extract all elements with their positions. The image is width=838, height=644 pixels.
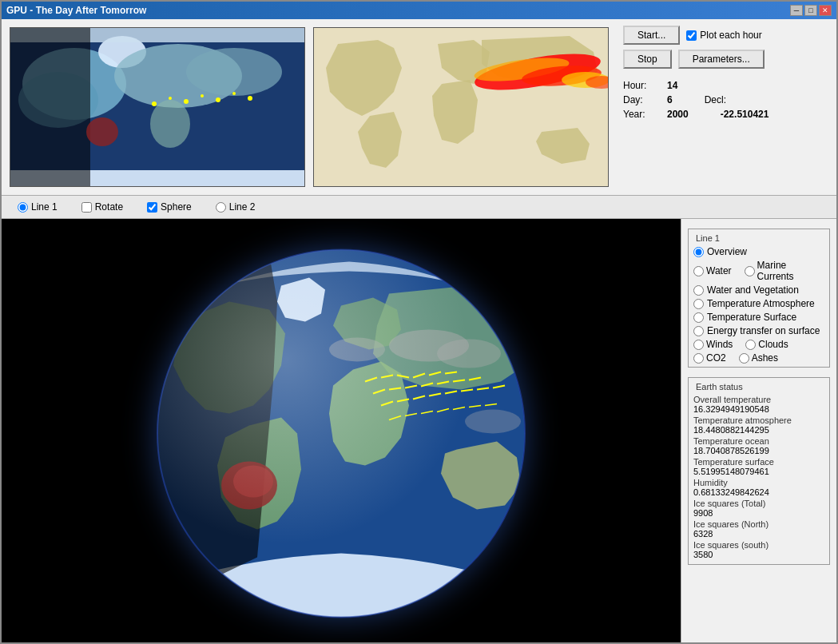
ice-north-label: Ice squares (North) xyxy=(693,519,824,529)
temp-atm-status-value: 18.4480882144295 xyxy=(693,425,824,435)
right-sidebar: Line 1 Overview Water xyxy=(681,219,836,642)
svg-point-16 xyxy=(248,96,252,101)
co2-radio[interactable] xyxy=(693,353,704,364)
rotate-checkbox[interactable] xyxy=(81,202,92,213)
line1-group: Line 1 Overview Water xyxy=(688,229,830,368)
ice-total-label: Ice squares (Total) xyxy=(693,499,824,508)
stop-params-row: Stop Parameters... xyxy=(623,50,830,69)
line1-radio-item[interactable]: Line 1 xyxy=(18,201,58,213)
ice-south-item: Ice squares (south) 3580 xyxy=(693,540,824,559)
controls-bar: Line 1 Rotate Sphere Line 2 xyxy=(2,195,836,219)
flat-map-svg xyxy=(10,28,305,187)
window-content: Start... Plot each hour Stop Parameters.… xyxy=(2,19,836,642)
water-option[interactable]: Water xyxy=(693,265,732,276)
humidity-label: Humidity xyxy=(693,478,824,487)
water-veg-radio[interactable] xyxy=(693,285,704,296)
maximize-button[interactable]: □ xyxy=(804,5,817,16)
rotate-label: Rotate xyxy=(95,201,123,213)
co2-ashes-row: CO2 Ashes xyxy=(693,352,824,364)
winds-option[interactable]: Winds xyxy=(693,339,733,350)
clouds-option[interactable]: Clouds xyxy=(745,339,788,350)
overview-option[interactable]: Overview xyxy=(693,246,824,257)
globe-container xyxy=(125,222,557,640)
svg-point-11 xyxy=(169,97,172,100)
water-marine-row: Water Marine Currents xyxy=(693,260,824,282)
line2-radio[interactable] xyxy=(216,202,226,213)
water-veg-label: Water and Vegetation xyxy=(707,284,799,296)
line1-radio-group: Overview Water Marine Currents xyxy=(693,246,824,364)
temp-atm-label: Temperature Atmosphere xyxy=(707,298,815,309)
svg-point-14 xyxy=(216,97,220,102)
button-row: Start... Plot each hour xyxy=(623,26,830,45)
flat-map-1 xyxy=(10,27,305,187)
water-radio[interactable] xyxy=(693,266,704,276)
close-button[interactable]: ✕ xyxy=(819,5,832,16)
temp-atm-status-label: Temperature atmosphere xyxy=(693,415,824,425)
clouds-label: Clouds xyxy=(758,339,788,350)
winds-radio[interactable] xyxy=(693,340,704,350)
overall-temp-value: 16.3294949190548 xyxy=(693,404,824,414)
ice-south-value: 3580 xyxy=(693,550,824,559)
sphere-checkbox-item[interactable]: Sphere xyxy=(147,201,192,213)
temp-surface-value: 5.51995148079461 xyxy=(693,467,824,476)
overall-temp-item: Overall temperature 16.3294949190548 xyxy=(693,395,824,414)
earth-status-group: Earth status Overall temperature 16.3294… xyxy=(688,377,830,565)
svg-point-17 xyxy=(86,117,118,146)
ice-north-value: 6328 xyxy=(693,529,824,539)
clouds-radio[interactable] xyxy=(745,340,756,350)
line2-radio-item[interactable]: Line 2 xyxy=(216,201,256,213)
co2-option[interactable]: CO2 xyxy=(693,352,726,364)
svg-point-5 xyxy=(186,48,282,96)
temp-surf-radio[interactable] xyxy=(693,312,704,323)
plot-each-hour-row: Plot each hour xyxy=(686,30,761,41)
ice-total-item: Ice squares (Total) 9908 xyxy=(693,499,824,518)
globe-view xyxy=(2,219,681,642)
globe-svg xyxy=(125,222,557,638)
temp-atm-item: Temperature atmosphere 18.4480882144295 xyxy=(693,415,824,435)
window-controls: ─ □ ✕ xyxy=(790,5,832,16)
overview-label: Overview xyxy=(707,246,747,257)
ashes-radio[interactable] xyxy=(739,353,749,364)
ice-total-value: 9908 xyxy=(693,508,824,518)
energy-radio[interactable] xyxy=(693,326,704,336)
simulation-info: Hour: 14 Day: 6 Decl: Year: 2000 -22.510… xyxy=(623,80,830,120)
water-veg-option[interactable]: Water and Vegetation xyxy=(693,284,824,296)
parameters-button[interactable]: Parameters... xyxy=(678,50,765,69)
marine-option[interactable]: Marine Currents xyxy=(745,260,824,282)
temp-atm-option[interactable]: Temperature Atmosphere xyxy=(693,298,824,309)
ashes-option[interactable]: Ashes xyxy=(739,352,778,364)
temp-surf-option[interactable]: Temperature Surface xyxy=(693,312,824,323)
temp-surf-label: Temperature Surface xyxy=(707,312,796,323)
year-value: 2000 xyxy=(667,109,689,120)
year-label: Year: xyxy=(623,109,651,120)
marine-label: Marine Currents xyxy=(757,260,824,282)
main-area: Line 1 Overview Water xyxy=(2,219,836,642)
decl-label: Decl: xyxy=(705,94,726,105)
start-button[interactable]: Start... xyxy=(623,26,680,45)
temp-ocean-label: Temperature ocean xyxy=(693,436,824,446)
temp-ocean-item: Temperature ocean 18.7040878526199 xyxy=(693,436,824,455)
line1-radio[interactable] xyxy=(18,202,28,213)
sphere-checkbox[interactable] xyxy=(147,202,157,213)
temp-surface-label: Temperature surface xyxy=(693,457,824,467)
decl-value: -22.510421 xyxy=(721,109,769,120)
overview-radio[interactable] xyxy=(693,247,704,257)
ice-south-label: Ice squares (south) xyxy=(693,540,824,550)
plot-each-hour-checkbox[interactable] xyxy=(686,30,697,41)
co2-label: CO2 xyxy=(706,352,726,364)
line2-label: Line 2 xyxy=(229,201,256,213)
ice-north-item: Ice squares (North) 6328 xyxy=(693,519,824,539)
main-window: GPU - The Day After Tomorrow ─ □ ✕ xyxy=(0,0,838,644)
marine-radio[interactable] xyxy=(745,266,755,276)
temp-atm-radio[interactable] xyxy=(693,299,704,309)
svg-point-6 xyxy=(150,100,190,148)
line1-label: Line 1 xyxy=(31,201,58,213)
right-controls-panel: Start... Plot each hour Stop Parameters.… xyxy=(617,19,836,195)
title-bar: GPU - The Day After Tomorrow ─ □ ✕ xyxy=(2,2,836,19)
rotate-checkbox-item[interactable]: Rotate xyxy=(81,201,123,213)
stop-button[interactable]: Stop xyxy=(623,50,672,69)
winds-clouds-row: Winds Clouds xyxy=(693,339,824,350)
energy-option[interactable]: Energy transfer on surface xyxy=(693,325,824,336)
minimize-button[interactable]: ─ xyxy=(790,5,803,16)
hour-label: Hour: xyxy=(623,80,651,91)
